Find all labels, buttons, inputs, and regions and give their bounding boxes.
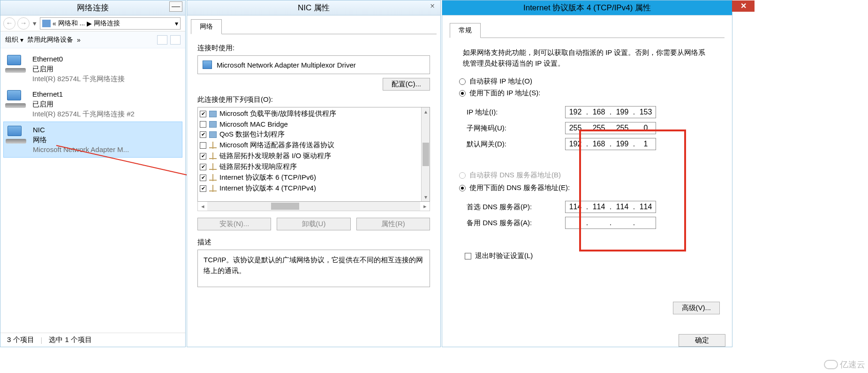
- scroll-left-icon[interactable]: ◂: [198, 203, 207, 210]
- radio-use-dns[interactable]: 使用下面的 DNS 服务器地址(E):: [459, 183, 715, 192]
- radio-auto-ip[interactable]: 自动获得 IP 地址(O): [459, 77, 715, 86]
- nav-history-dropdown[interactable]: ▾: [31, 19, 38, 28]
- protocol-icon: [209, 175, 217, 181]
- protocol-label: Microsoft MAC Bridge: [219, 120, 288, 128]
- network-connections-window: 网络连接 — ← → ▾ « 网络和 ... ▶ 网络连接 ▾ 组织▾ 禁用此网…: [0, 0, 186, 347]
- help-button[interactable]: [170, 35, 181, 45]
- checkbox-icon[interactable]: [200, 185, 206, 192]
- protocol-item[interactable]: 链路层拓扑发现响应程序: [199, 161, 420, 172]
- watermark: 亿速云: [824, 359, 865, 370]
- intro-text: 如果网络支持此功能，则可以获取自动指派的 IP 设置。否则，你需要从网络系统管理…: [463, 47, 711, 69]
- window-title: Internet 协议版本 4 (TCP/IPv4) 属性: [523, 2, 651, 13]
- subnet-mask-label: 子网掩码(U):: [467, 124, 565, 133]
- radio-icon: [459, 90, 466, 97]
- adapter-name: Microsoft Network Adapter Multiplexor Dr…: [217, 61, 356, 69]
- checkbox-icon[interactable]: [200, 121, 206, 128]
- radio-use-ip[interactable]: 使用下面的 IP 地址(S):: [459, 89, 715, 98]
- protocol-icon: [209, 185, 217, 192]
- protocol-item[interactable]: Microsoft 网络适配器多路传送器协议: [199, 140, 420, 151]
- scroll-thumb[interactable]: [423, 143, 429, 166]
- adapter-box: Microsoft Network Adapter Multiplexor Dr…: [197, 55, 430, 74]
- adapter-item-ethernet0[interactable]: Ethernet0 已启用 Intel(R) 82574L 千兆网络连接: [3, 51, 182, 86]
- radio-icon: [459, 185, 466, 191]
- adapter-item-nic[interactable]: NIC 网络 Microsoft Network Adapter M...: [3, 122, 182, 158]
- subnet-mask-input[interactable]: 255.255.255.0: [565, 122, 656, 134]
- titlebar[interactable]: NIC 属性 ×: [187, 0, 440, 15]
- protocol-icon: [209, 142, 217, 149]
- protocol-icon: [209, 111, 217, 117]
- protocol-label: 链路层拓扑发现映射器 I/O 驱动程序: [219, 152, 331, 160]
- install-button[interactable]: 安装(N)...: [197, 218, 271, 230]
- primary-dns-input[interactable]: 114.114.114.114: [565, 201, 656, 213]
- titlebar[interactable]: Internet 协议版本 4 (TCP/IPv4) 属性 ✕: [442, 0, 732, 15]
- ip-address-input[interactable]: 192.168.199.153: [565, 106, 656, 118]
- radio-icon: [459, 172, 466, 179]
- protocol-label: QoS 数据包计划程序: [219, 130, 285, 139]
- adapter-item-ethernet1[interactable]: Ethernet1 已启用 Intel(R) 82574L 千兆网络连接 #2: [3, 86, 182, 122]
- checkbox-icon[interactable]: [200, 131, 206, 138]
- description-label: 描述: [197, 238, 430, 247]
- radio-auto-dns: 自动获得 DNS 服务器地址(B): [459, 171, 715, 180]
- protocol-item[interactable]: QoS 数据包计划程序: [199, 129, 420, 140]
- tab-general[interactable]: 常规: [450, 23, 481, 38]
- titlebar[interactable]: 网络连接 —: [0, 0, 185, 15]
- secondary-dns-input[interactable]: ...: [565, 217, 656, 229]
- tab-row: 网络: [191, 19, 437, 34]
- checkbox-icon[interactable]: [200, 111, 206, 117]
- view-layout-button[interactable]: [157, 35, 167, 45]
- protocol-item[interactable]: Internet 协议版本 4 (TCP/IPv4): [199, 183, 420, 194]
- overflow-button[interactable]: »: [77, 36, 81, 44]
- description-text: TCP/IP。该协议是默认的广域网络协议，它提供在不同的相互连接的网络上的通讯。: [197, 250, 430, 287]
- protocol-icon: [209, 153, 217, 160]
- protocol-list: Microsoft 负载平衡/故障转移提供程序Microsoft MAC Bri…: [197, 107, 430, 202]
- close-button[interactable]: ×: [426, 1, 438, 13]
- default-gateway-label: 默认网关(D):: [467, 140, 565, 149]
- checkbox-icon[interactable]: [200, 175, 206, 181]
- advanced-button[interactable]: 高级(V)...: [673, 302, 720, 314]
- nic-properties-window: NIC 属性 × 网络 连接时使用: Microsoft Network Ada…: [187, 0, 441, 347]
- ip-address-label: IP 地址(I):: [467, 108, 565, 117]
- minimize-button[interactable]: —: [169, 1, 182, 12]
- uninstall-button[interactable]: 卸载(U): [277, 218, 350, 230]
- scroll-thumb-h[interactable]: [271, 203, 299, 210]
- window-title: NIC 属性: [298, 2, 330, 13]
- checkbox-icon[interactable]: [200, 153, 206, 160]
- radio-icon: [459, 78, 466, 85]
- forward-button[interactable]: →: [17, 17, 30, 30]
- properties-button[interactable]: 属性(R): [356, 218, 430, 230]
- protocol-item[interactable]: Internet 协议版本 6 (TCP/IPv6): [199, 172, 420, 183]
- vertical-scrollbar[interactable]: ▴ ▾: [421, 107, 430, 201]
- validate-on-exit-checkbox[interactable]: 退出时验证设置(L): [465, 251, 715, 260]
- ok-button[interactable]: 确定: [679, 334, 725, 347]
- protocol-label: Internet 协议版本 4 (TCP/IPv4): [219, 184, 316, 193]
- back-button[interactable]: ←: [3, 17, 15, 30]
- configure-button[interactable]: 配置(C)...: [383, 78, 430, 91]
- protocol-item[interactable]: Microsoft 负载平衡/故障转移提供程序: [199, 108, 420, 119]
- close-button[interactable]: ✕: [732, 0, 755, 12]
- checkbox-icon[interactable]: [200, 142, 206, 149]
- scroll-down-icon[interactable]: ▾: [422, 193, 430, 201]
- scroll-up-icon[interactable]: ▴: [422, 107, 430, 116]
- checkbox-icon: [465, 253, 471, 259]
- folder-icon: [42, 20, 51, 27]
- address-dropdown-icon[interactable]: ▾: [175, 20, 178, 27]
- adapter-icon: [6, 125, 28, 145]
- command-bar: 组织▾ 禁用此网络设备 »: [0, 31, 185, 48]
- default-gateway-input[interactable]: 192.168.199.1: [565, 138, 656, 150]
- connect-using-label: 连接时使用:: [197, 44, 430, 53]
- secondary-dns-label: 备用 DNS 服务器(A):: [467, 219, 565, 228]
- organize-menu[interactable]: 组织▾: [5, 36, 23, 44]
- navigation-bar: ← → ▾ « 网络和 ... ▶ 网络连接 ▾: [0, 15, 185, 31]
- address-bar[interactable]: « 网络和 ... ▶ 网络连接 ▾: [40, 17, 181, 30]
- disable-device-button[interactable]: 禁用此网络设备: [27, 36, 73, 44]
- tab-network[interactable]: 网络: [191, 19, 222, 34]
- adapter-icon: [5, 89, 28, 110]
- protocol-label: Microsoft 负载平衡/故障转移提供程序: [219, 109, 336, 118]
- adapter-icon: [203, 61, 212, 69]
- item-count: 3 个项目: [7, 335, 34, 344]
- checkbox-icon[interactable]: [200, 164, 206, 170]
- scroll-right-icon[interactable]: ▸: [420, 203, 430, 210]
- horizontal-scrollbar[interactable]: ◂ ▸: [197, 202, 430, 211]
- protocol-item[interactable]: Microsoft MAC Bridge: [199, 119, 420, 129]
- protocol-item[interactable]: 链路层拓扑发现映射器 I/O 驱动程序: [199, 151, 420, 161]
